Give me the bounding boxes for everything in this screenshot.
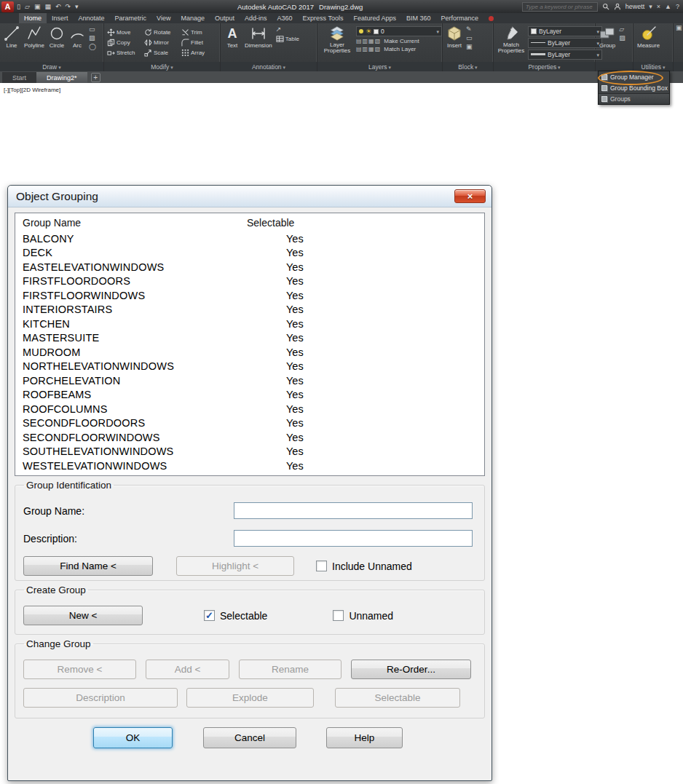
lineweight-dropdown[interactable]: ByLayer [528, 50, 602, 60]
array-button[interactable]: Array [181, 49, 217, 57]
insert-button[interactable]: Insert [445, 25, 464, 60]
hatch-icon[interactable] [89, 35, 96, 41]
ribbon-tab[interactable]: Parametric [110, 13, 152, 23]
group-row[interactable]: NORTHELEVATIONWINDOWS Yes [15, 360, 484, 374]
include-unnamed-checkbox[interactable]: Include Unnamed [316, 561, 412, 572]
group-row[interactable]: MASTERSUITE Yes [15, 331, 484, 346]
make-current-button[interactable]: Make Current [356, 38, 442, 44]
dialog-title-bar[interactable]: Object Grouping [8, 186, 491, 207]
stay-connected-icon[interactable] [665, 3, 671, 10]
match-layer-button[interactable]: Match Layer [356, 46, 442, 52]
ribbon-tab[interactable]: View [151, 13, 175, 23]
mirror-button[interactable]: Mirror [144, 39, 180, 47]
rotate-button[interactable]: Rotate [144, 28, 180, 36]
group-row[interactable]: DECK Yes [15, 246, 484, 261]
dimension-button[interactable]: Dimension [243, 25, 274, 60]
move-button[interactable]: Move [107, 28, 143, 36]
group-row[interactable]: BALCONY Yes [15, 231, 484, 246]
group-row[interactable]: FIRSTFLOORWINDOWS Yes [15, 288, 484, 303]
ribbon-tab[interactable]: Featured Apps [348, 13, 401, 23]
line-button[interactable]: Line [2, 25, 21, 60]
rectangle-icon[interactable] [89, 26, 96, 33]
viewport-controls[interactable]: [-][Top][2D Wireframe] [4, 87, 60, 93]
close-button[interactable] [454, 189, 486, 203]
trim-button[interactable]: Trim [181, 28, 217, 36]
cancel-button[interactable]: Cancel [203, 727, 296, 748]
ribbon-tab[interactable]: Insert [47, 13, 74, 23]
performance-record-icon[interactable] [489, 16, 494, 21]
signed-in-user[interactable]: hewett [625, 3, 645, 10]
tab-start[interactable]: Start [2, 72, 36, 83]
ribbon-tab[interactable]: Manage [175, 13, 210, 23]
arc-button[interactable]: Arc [68, 25, 87, 60]
ribbon-tab[interactable]: Home [19, 13, 47, 23]
group-row[interactable]: SECONDFLOORDOORS Yes [15, 416, 484, 431]
group-row[interactable]: WESTELEVATIONWINDOWS Yes [15, 459, 484, 473]
layer-properties-button[interactable]: Layer Properties [320, 25, 355, 60]
group-row[interactable]: MUDROOM Yes [15, 345, 484, 360]
table-button[interactable]: Table [276, 35, 299, 43]
match-properties-button[interactable]: Match Properties [496, 25, 526, 60]
new-group-button[interactable]: New < [23, 606, 143, 625]
layer-dropdown[interactable]: 0 [356, 26, 442, 36]
ungroup-icon[interactable] [619, 26, 625, 33]
panel-label-layers[interactable]: Layers [317, 62, 442, 71]
measure-button[interactable]: Measure [636, 25, 661, 60]
linetype-dropdown[interactable]: ByLayer [528, 38, 602, 48]
ribbon-tab[interactable]: Express Tools [298, 13, 349, 23]
block-attributes-icon[interactable] [466, 35, 473, 41]
fillet-button[interactable]: Fillet [181, 39, 217, 47]
ribbon-tab[interactable]: Output [210, 13, 240, 23]
ok-button[interactable]: OK [93, 727, 173, 748]
find-name-button[interactable]: Find Name < [23, 556, 153, 576]
group-menu-item[interactable]: Groups [599, 93, 669, 104]
group-row[interactable]: ROOFCOLUMNS Yes [15, 402, 484, 416]
open-file-icon[interactable] [25, 3, 30, 10]
group-row[interactable]: KITCHEN Yes [15, 317, 484, 331]
description-input[interactable] [234, 530, 473, 547]
panel-label-block[interactable]: Block [443, 62, 493, 71]
panel-label-modify[interactable]: Modify [104, 62, 220, 71]
group-row[interactable]: FIRSTFLOORDOORS Yes [15, 274, 484, 289]
polyline-button[interactable]: Polyline [23, 25, 46, 60]
copy-button[interactable]: Copy [107, 39, 143, 47]
search-input[interactable] [522, 2, 598, 12]
panel-label-draw[interactable]: Draw [0, 62, 103, 71]
paste-icon[interactable] [676, 25, 682, 60]
text-button[interactable]: Text [223, 25, 242, 60]
group-menu-item[interactable]: Group Bounding Box [599, 82, 669, 93]
help-icon[interactable] [676, 3, 679, 10]
reorder-button[interactable]: Re-Order... [351, 660, 471, 679]
new-file-icon[interactable] [17, 3, 20, 10]
chevron-down-icon[interactable] [649, 3, 652, 10]
exchange-apps-icon[interactable] [657, 3, 660, 10]
ribbon-tab[interactable]: Annotate [74, 13, 110, 23]
ribbon-tab[interactable]: Add-ins [240, 13, 272, 23]
scale-button[interactable]: Scale [144, 49, 180, 57]
redo-icon[interactable] [65, 3, 71, 10]
ribbon-tab[interactable]: Performance [435, 13, 483, 23]
group-button[interactable]: Group [598, 25, 617, 60]
new-drawing-tab-button[interactable] [91, 73, 100, 82]
group-row[interactable]: ROOFBEAMS Yes [15, 388, 484, 403]
help-button[interactable]: Help [326, 727, 403, 748]
leader-icon[interactable] [276, 26, 299, 33]
object-color-dropdown[interactable]: ByLayer [528, 26, 602, 36]
group-edit-icon[interactable] [619, 35, 625, 41]
undo-icon[interactable] [55, 3, 61, 10]
circle-button[interactable]: Circle [47, 25, 66, 60]
block-settings-icon[interactable] [466, 44, 473, 50]
group-row[interactable]: SOUTHELEVATIONWINDOWS Yes [15, 445, 484, 459]
ribbon-tab[interactable]: A360 [272, 13, 298, 23]
ribbon-tab[interactable]: BIM 360 [401, 13, 436, 23]
search-icon[interactable] [602, 3, 609, 10]
block-edit-icon[interactable] [466, 26, 473, 33]
stretch-button[interactable]: Stretch [107, 49, 143, 57]
autocad-logo-icon[interactable] [1, 1, 14, 12]
group-row[interactable]: SECONDFLOORWINDOWS Yes [15, 430, 484, 445]
ellipse-icon[interactable] [89, 44, 96, 50]
unnamed-checkbox[interactable]: Unnamed [333, 610, 393, 622]
group-row[interactable]: PORCHELEVATION Yes [15, 373, 484, 388]
save-icon[interactable] [34, 3, 41, 10]
selectable-checkbox[interactable]: Selectable [204, 610, 267, 622]
